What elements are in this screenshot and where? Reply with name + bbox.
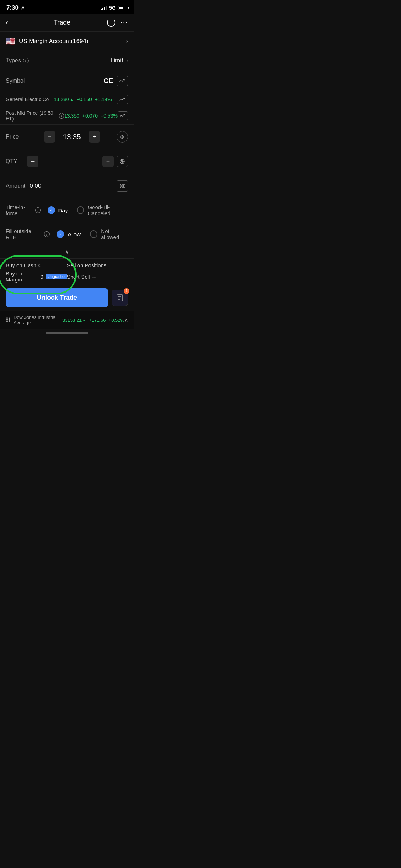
symbol-right: GE: [104, 76, 128, 86]
stock-name: General Electric Co: [6, 97, 49, 102]
qty-increase-button[interactable]: +: [102, 156, 114, 167]
collapse-button[interactable]: ∧: [65, 248, 69, 256]
not-allowed-label: Not allowed: [101, 228, 128, 240]
stock-current-price: 13.280 ▲: [54, 97, 74, 102]
status-time: 7:30 ↗: [6, 4, 24, 11]
allow-check-icon: ✓: [59, 232, 62, 237]
post-market-row: Post Mkt Price (19:59 ET) i 13.350 +0.07…: [0, 107, 134, 125]
dj-change-pct: +0.52%: [109, 317, 124, 323]
post-mkt-label: Post Mkt Price (19:59 ET): [6, 110, 57, 122]
stock-chart-button[interactable]: [117, 95, 128, 104]
qty-controls: −: [27, 156, 102, 167]
sell-on-positions-item: Sell on Positions 1: [67, 262, 128, 268]
tif-info-icon[interactable]: i: [35, 207, 40, 213]
collapse-row: ∧: [0, 246, 134, 258]
upgrade-arrow-icon: ›: [63, 275, 65, 279]
short-sell-value: --: [92, 274, 96, 280]
amount-settings-button[interactable]: [117, 180, 128, 192]
check-icon: ✓: [50, 208, 53, 213]
account-selector[interactable]: 🇺🇸 US Margin Account(1694) ›: [0, 32, 134, 51]
price-value[interactable]: 13.35: [60, 133, 84, 141]
stock-prices: 13.280 ▲ +0.150 +1.14%: [54, 97, 112, 102]
amount-label: Amount: [6, 183, 25, 189]
refresh-button[interactable]: [107, 18, 115, 27]
qty-right-icons: +: [102, 156, 128, 167]
home-indicator: [0, 329, 134, 335]
qty-row: QTY − +: [0, 149, 134, 174]
dj-link-icon: ⛓: [6, 317, 11, 323]
account-name: US Margin Account(1694): [19, 38, 88, 45]
symbol-chart-button[interactable]: [117, 76, 128, 86]
home-bar: [46, 332, 88, 334]
price-right-icons: ⊕: [117, 131, 128, 143]
fill-rth-label: Fill outside RTH i: [6, 228, 50, 240]
price-label: Price: [6, 134, 27, 140]
order-count-badge: 1: [124, 288, 129, 294]
qty-fill-button[interactable]: [117, 156, 128, 167]
page-title: Trade: [54, 19, 70, 26]
nav-bar: ‹ Trade ···: [0, 14, 134, 32]
gtc-label: Good-Til-Canceled: [88, 204, 128, 216]
account-left: 🇺🇸 US Margin Account(1694): [6, 37, 88, 46]
price-decrease-button[interactable]: −: [44, 131, 55, 143]
types-label: Types i: [6, 57, 29, 64]
dj-bar: ⛓ Dow Jones Industrial Average 33153.21 …: [0, 311, 134, 329]
post-mkt-chart-button[interactable]: [118, 111, 128, 120]
price-controls: − 13.35 +: [27, 131, 117, 143]
price-crosshair-button[interactable]: ⊕: [117, 131, 128, 143]
allow-label: Allow: [68, 231, 81, 237]
buy-on-margin-item: Buy on Margin 0 Upgrade ›: [6, 270, 67, 283]
flag-icon: 🇺🇸: [6, 37, 15, 46]
not-allowed-radio-button[interactable]: [90, 230, 97, 238]
qty-label: QTY: [6, 158, 27, 165]
location-arrow-icon: ↗: [20, 5, 24, 11]
dj-change: +171.66: [89, 317, 106, 323]
buy-on-margin-value: 0: [41, 274, 43, 280]
post-mkt-price: 13.350: [64, 113, 79, 119]
bottom-stats-grid: Buy on Cash 0 Sell on Positions 1 Buy on…: [6, 262, 128, 283]
dj-up-arrow-icon: ▲: [82, 318, 86, 322]
buy-on-cash-item: Buy on Cash 0: [6, 262, 67, 268]
signal-bars: [101, 6, 107, 10]
fill-outside-rth-row: Fill outside RTH i ✓ Allow Not allowed: [0, 222, 134, 246]
chevron-right-icon: ›: [126, 38, 128, 45]
fill-rth-info-icon[interactable]: i: [44, 231, 49, 237]
amount-value[interactable]: 0.00: [30, 182, 117, 190]
post-mkt-info-icon[interactable]: i: [59, 113, 64, 119]
short-sell-item: Short Sell --: [67, 270, 128, 283]
symbol-label: Symbol: [6, 78, 25, 84]
unlock-trade-button[interactable]: Unlock Trade: [6, 288, 108, 307]
back-button[interactable]: ‹: [6, 18, 17, 27]
qty-decrease-button[interactable]: −: [27, 156, 38, 167]
tif-label: Time-in-force i: [6, 204, 41, 216]
stock-change: +0.150: [77, 97, 92, 102]
svg-point-8: [120, 184, 122, 185]
types-row[interactable]: Types i Limit ›: [0, 51, 134, 70]
more-button[interactable]: ···: [120, 19, 128, 26]
symbol-ticker: GE: [104, 77, 113, 85]
dj-collapse-button[interactable]: ∧: [124, 317, 128, 323]
dj-values: 33153.21 ▲ +171.66 +0.52%: [62, 317, 124, 323]
allow-radio-button[interactable]: ✓: [57, 230, 64, 238]
day-radio-button[interactable]: ✓: [48, 206, 55, 214]
amount-row: Amount 0.00: [0, 174, 134, 198]
post-mkt-change: +0.070: [82, 113, 98, 119]
svg-point-10: [120, 187, 122, 188]
nav-right-actions: ···: [107, 18, 128, 27]
order-history-button[interactable]: 1: [112, 290, 128, 306]
post-mkt-prices: 13.350 +0.070 +0.53%: [64, 113, 118, 119]
status-right: 5G: [101, 5, 127, 11]
battery-icon: [118, 6, 127, 10]
unlock-btn-row: Unlock Trade 1: [0, 285, 134, 311]
svg-point-9: [123, 185, 124, 187]
types-chevron-icon: ›: [126, 57, 128, 64]
price-row: Price − 13.35 + ⊕: [0, 125, 134, 149]
price-increase-button[interactable]: +: [89, 131, 100, 143]
symbol-row: Symbol GE: [0, 70, 134, 92]
upgrade-badge[interactable]: Upgrade ›: [46, 274, 67, 279]
types-info-icon[interactable]: i: [23, 58, 29, 63]
stock-change-pct: +1.14%: [95, 97, 112, 102]
dj-name: Dow Jones Industrial Average: [14, 315, 62, 325]
stock-info-row: General Electric Co 13.280 ▲ +0.150 +1.1…: [0, 92, 134, 107]
gtc-radio-button[interactable]: [77, 206, 84, 214]
